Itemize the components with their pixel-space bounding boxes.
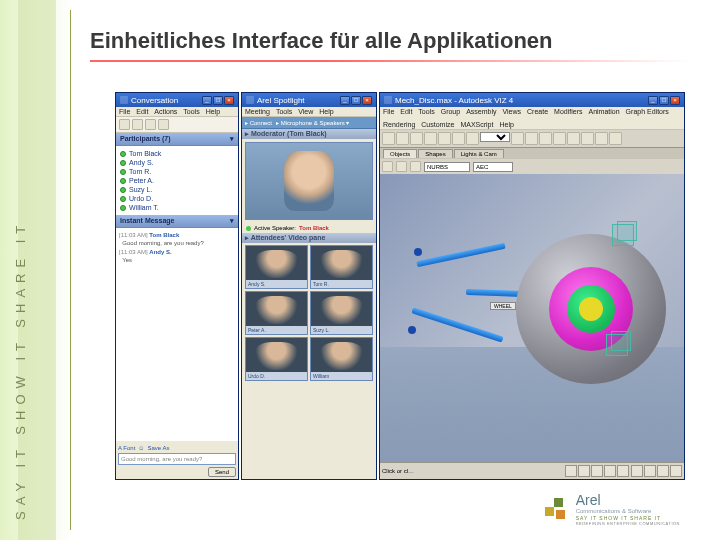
menu-views[interactable]: Views (503, 108, 522, 115)
nav-orbit-icon[interactable] (657, 465, 669, 477)
spot-app-icon (246, 96, 254, 104)
conv-tool-3[interactable] (145, 119, 156, 130)
play-prev-icon[interactable] (578, 465, 590, 477)
participant-row[interactable]: Tom R. (118, 167, 236, 176)
menu-animation[interactable]: Animation (588, 108, 619, 115)
attendee-video[interactable]: Suzy L. (310, 291, 373, 335)
viz-tool-mat[interactable] (609, 132, 622, 145)
minimize-button[interactable]: _ (340, 96, 350, 105)
viz-tool-mirror[interactable] (553, 132, 566, 145)
active-speaker-row: Active Speaker: Tom Black (242, 223, 376, 233)
menu-customize[interactable]: Customize (421, 121, 454, 128)
menu-help[interactable]: Help (319, 108, 333, 115)
menu-file[interactable]: File (383, 108, 394, 115)
menu-edit[interactable]: Edit (400, 108, 412, 115)
viz-filter-dropdown[interactable] (480, 132, 510, 142)
viz-cat-1[interactable] (382, 161, 393, 172)
menu-edit[interactable]: Edit (136, 108, 148, 115)
participant-row[interactable]: William T. (118, 203, 236, 212)
tab-shapes[interactable]: Shapes (418, 149, 452, 158)
attendee-video[interactable]: Tom R. (310, 245, 373, 289)
minimize-button[interactable]: _ (202, 96, 212, 105)
viz-tool-redo[interactable] (410, 132, 423, 145)
menu-maxscript[interactable]: MAXScript (460, 121, 493, 128)
conv-title: Conversation (131, 96, 178, 105)
menu-tools[interactable]: Tools (418, 108, 434, 115)
title-underline (90, 60, 690, 62)
maximize-button[interactable]: □ (213, 96, 223, 105)
viz-aec-dropdown[interactable] (473, 162, 513, 172)
save-as-button[interactable]: Save As (147, 445, 169, 451)
viz-tool-move[interactable] (438, 132, 451, 145)
participant-row[interactable]: Andy S. (118, 158, 236, 167)
menu-tools[interactable]: Tools (183, 108, 199, 115)
viz-tool-8[interactable] (511, 132, 524, 145)
attendee-video[interactable]: Urdo D. (245, 337, 308, 381)
connect-button[interactable]: ▸ Connect (245, 119, 272, 126)
menu-meeting[interactable]: Meeting (245, 108, 270, 115)
viz-tool-scale[interactable] (466, 132, 479, 145)
menu-rendering[interactable]: Rendering (383, 121, 415, 128)
send-button[interactable]: Send (208, 467, 236, 477)
spot-titlebar[interactable]: Arel Spotlight _ □ × (242, 93, 376, 107)
maximize-button[interactable]: □ (659, 96, 669, 105)
conv-tool-4[interactable] (158, 119, 169, 130)
menu-assembly[interactable]: Assembly (466, 108, 496, 115)
mic-speakers-button[interactable]: ▸ Microphone & Speakers ▾ (276, 119, 349, 126)
attendee-video[interactable]: Andy S. (245, 245, 308, 289)
viz-cat-3[interactable] (410, 161, 421, 172)
viz-tool-undo[interactable] (396, 132, 409, 145)
viz-titlebar[interactable]: Mech_Disc.max - Autodesk VIZ 4 _ □ × (380, 93, 684, 107)
viz-tool-render[interactable] (595, 132, 608, 145)
viz-tool-align[interactable] (567, 132, 580, 145)
minimize-button[interactable]: _ (648, 96, 658, 105)
participant-row[interactable]: Peter A. (118, 176, 236, 185)
participant-row[interactable]: Tom Black (118, 149, 236, 158)
menu-modifiers[interactable]: Modifiers (554, 108, 582, 115)
menu-group[interactable]: Group (441, 108, 460, 115)
im-header[interactable]: Instant Message▾ (116, 215, 238, 228)
participant-row[interactable]: Suzy L. (118, 185, 236, 194)
close-button[interactable]: × (224, 96, 234, 105)
close-button[interactable]: × (362, 96, 372, 105)
emoji-icon[interactable]: ☺ (138, 445, 144, 451)
nav-pan-icon[interactable] (631, 465, 643, 477)
participant-row[interactable]: Urdo D. (118, 194, 236, 203)
viz-tool-select[interactable] (382, 132, 395, 145)
tab-lights[interactable]: Lights & Cam (454, 149, 504, 158)
viz-tool-layers[interactable] (581, 132, 594, 145)
viz-tool-rotate[interactable] (452, 132, 465, 145)
viz-tool-10[interactable] (539, 132, 552, 145)
nav-zoom-icon[interactable] (644, 465, 656, 477)
menu-grapheditors[interactable]: Graph Editors (626, 108, 669, 115)
viz-cat-2[interactable] (396, 161, 407, 172)
nav-maximize-icon[interactable] (670, 465, 682, 477)
attendee-video[interactable]: William (310, 337, 373, 381)
tab-objects[interactable]: Objects (383, 149, 417, 158)
viz-tool-link[interactable] (424, 132, 437, 145)
menu-view[interactable]: View (298, 108, 313, 115)
play-start-icon[interactable] (565, 465, 577, 477)
attendee-video[interactable]: Peter A. (245, 291, 308, 335)
maximize-button[interactable]: □ (351, 96, 361, 105)
menu-file[interactable]: File (119, 108, 130, 115)
play-next-icon[interactable] (604, 465, 616, 477)
moderator-video[interactable] (245, 142, 373, 220)
play-end-icon[interactable] (617, 465, 629, 477)
conv-titlebar[interactable]: Conversation _ □ × (116, 93, 238, 107)
viz-viewport[interactable]: WHEEL (380, 174, 684, 462)
menu-help[interactable]: Help (206, 108, 220, 115)
font-button[interactable]: A Font (118, 445, 135, 451)
participants-header[interactable]: Participants (7)▾ (116, 133, 238, 146)
menu-actions[interactable]: Actions (154, 108, 177, 115)
menu-help[interactable]: Help (499, 121, 513, 128)
menu-create[interactable]: Create (527, 108, 548, 115)
viz-tool-9[interactable] (525, 132, 538, 145)
conv-tool-1[interactable] (119, 119, 130, 130)
viz-type-dropdown[interactable] (424, 162, 470, 172)
play-icon[interactable] (591, 465, 603, 477)
im-input[interactable] (118, 453, 236, 465)
close-button[interactable]: × (670, 96, 680, 105)
menu-tools[interactable]: Tools (276, 108, 292, 115)
conv-tool-2[interactable] (132, 119, 143, 130)
